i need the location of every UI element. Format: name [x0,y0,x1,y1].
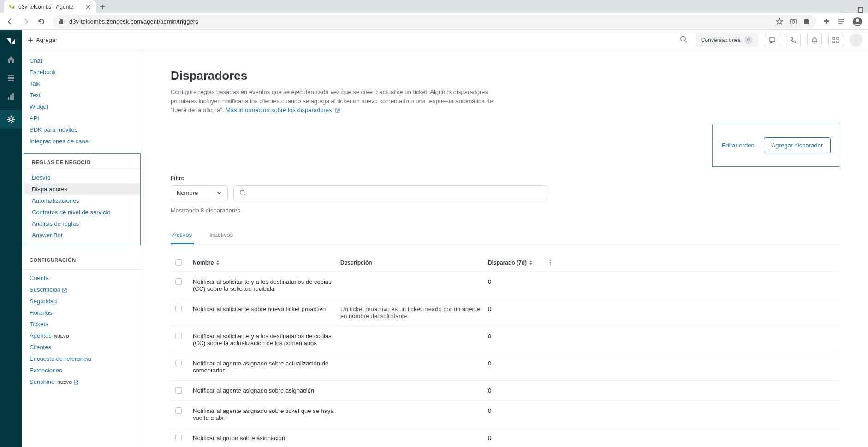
reports-icon[interactable] [6,92,16,101]
app-body: Chat Facebook Talk Text Widget API SDK p… [22,50,868,447]
reading-list-icon[interactable] [838,18,845,25]
camera-icon[interactable] [790,18,797,25]
browser-tab[interactable]: d3v-telcombs - Agente [4,0,96,13]
back-button[interactable] [6,17,15,26]
sidebar-item-widget[interactable]: Widget [22,101,143,112]
row-name: Notificar al agente asignado sobre actua… [193,360,340,374]
admin-icon[interactable] [0,110,22,129]
svg-point-12 [681,36,685,41]
row-name: Notificar al solicitante sobre nuevo tic… [193,306,340,312]
chevron-down-icon [216,190,222,195]
views-icon[interactable] [6,73,16,82]
search-icon[interactable] [680,35,689,45]
star-icon[interactable] [776,18,783,25]
table-row[interactable]: Notificar al agente asignado sobre actua… [171,353,840,381]
triggers-table: Nombre Descripción Disparado (7d) Notifi… [171,254,840,447]
row-checkbox[interactable] [175,306,182,312]
row-fired: 0 [488,387,543,394]
sidebar-item-subscription[interactable]: Suscripción [22,284,143,295]
sort-icon [529,260,533,265]
sidebar-item-nps[interactable]: Encuesta de referencia [22,353,143,365]
evernote-icon[interactable] [803,18,811,25]
maximize-icon[interactable] [858,7,863,13]
sidebar-item-answer-bot[interactable]: Answer Bot [24,229,140,241]
extensions-icon[interactable] [823,18,830,25]
filter-section: Filtro Nombre Mostrando 8 disparadores [171,175,840,214]
notifications-icon[interactable] [807,33,822,47]
page-title: Disparadores [171,69,840,83]
new-tab-button[interactable] [96,0,109,13]
edit-order-link[interactable]: Editar orden [722,142,755,149]
tab-active[interactable]: Activos [171,227,194,244]
messaging-icon[interactable] [765,33,779,47]
sidebar-item-tickets[interactable]: Tickets [22,318,143,330]
table-row[interactable]: Notificar al solicitante sobre nuevo tic… [171,299,840,326]
sidebar-item-talk[interactable]: Talk [22,78,143,89]
sidebar-item-schedules[interactable]: Horarios [22,307,143,318]
table-row[interactable]: Notificar al solicitante y a los destina… [171,326,840,353]
table-row[interactable]: Notificar al agente asignado sobre asign… [171,381,840,401]
row-checkbox[interactable] [175,407,182,414]
profile-icon[interactable] [852,17,862,27]
close-icon[interactable] [85,4,91,10]
sidebar-item-account[interactable]: Cuenta [22,272,143,284]
forward-button[interactable] [21,17,30,26]
svg-point-18 [240,190,244,194]
sidebar-item-text[interactable]: Text [22,89,143,101]
row-fired: 0 [488,306,543,312]
phone-icon[interactable] [786,33,801,47]
add-button[interactable]: Agregar [28,36,57,43]
sidebar-item-agents[interactable]: AgentesNUEVO [22,330,143,341]
sidebar-item-mobile-sdk[interactable]: SDK para móviles [22,124,143,135]
table-row[interactable]: Notificar al solicitante y a los destina… [171,272,840,299]
lock-icon [58,18,65,25]
minimize-icon[interactable] [844,7,850,13]
svg-rect-7 [8,80,14,81]
filter-select[interactable]: Nombre [171,185,228,200]
sidebar-item-chat[interactable]: Chat [22,55,143,66]
result-count: Mostrando 8 disparadores [171,207,840,214]
filter-search[interactable] [233,185,547,200]
select-all-checkbox[interactable] [175,259,182,266]
row-name: Notificar al solicitante y a los destina… [193,278,340,292]
table-row[interactable]: Notificar al agente asignado sobre ticke… [171,401,840,428]
sidebar-section-config: CONFIGURACIÓN [22,252,143,266]
row-checkbox[interactable] [175,333,182,339]
url-bar[interactable]: d3v-telcombs.zendesk.com/agent/admin/tri… [53,15,816,28]
tab-inactive[interactable]: Inactivos [208,227,235,244]
sidebar-item-sunshine[interactable]: SunshineNUEVO [22,376,143,388]
home-icon[interactable] [6,55,16,64]
row-checkbox[interactable] [175,278,182,285]
sidebar-item-customers[interactable]: Clientes [22,341,143,353]
sidebar-item-routing[interactable]: Desvío [24,172,140,183]
zendesk-logo-icon[interactable] [6,35,16,46]
sidebar-item-triggers[interactable]: Disparadores [24,183,140,195]
add-trigger-button[interactable]: Agregar disparador [764,137,831,153]
header-fired[interactable]: Disparado (7d) [488,259,543,266]
sidebar-item-sla[interactable]: Contratos de nivel de servicio [24,206,140,218]
sidebar-item-extensions[interactable]: Extensiones [22,365,143,376]
filter-search-input[interactable] [246,189,541,196]
sidebar-item-rule-analysis[interactable]: Análisis de reglas [24,218,140,229]
table-row[interactable]: Notificar al grupo sobre asignación0 [171,428,840,447]
reload-button[interactable] [37,17,46,26]
external-link-icon [74,380,78,385]
window-controls [839,7,868,13]
kebab-icon[interactable] [549,259,551,266]
avatar[interactable] [850,34,862,47]
sidebar-item-automations[interactable]: Automatizaciones [24,195,140,206]
sidebar-item-facebook[interactable]: Facebook [22,66,143,78]
apps-icon[interactable] [828,33,843,47]
sidebar-item-security[interactable]: Seguridad [22,295,143,307]
row-checkbox[interactable] [175,435,182,441]
sidebar-item-channel-integrations[interactable]: Integraciones de canal [22,135,143,147]
sidebar-item-api[interactable]: API [22,112,143,124]
svg-point-11 [10,118,12,121]
header-name[interactable]: Nombre [193,259,340,266]
svg-point-20 [550,262,551,263]
more-info-link[interactable]: Más información sobre los disparadores [226,106,340,113]
row-checkbox[interactable] [175,360,182,366]
filter-row: Nombre [171,185,840,200]
conversations-button[interactable]: Conversaciones 0 [696,33,758,47]
row-checkbox[interactable] [175,387,182,394]
